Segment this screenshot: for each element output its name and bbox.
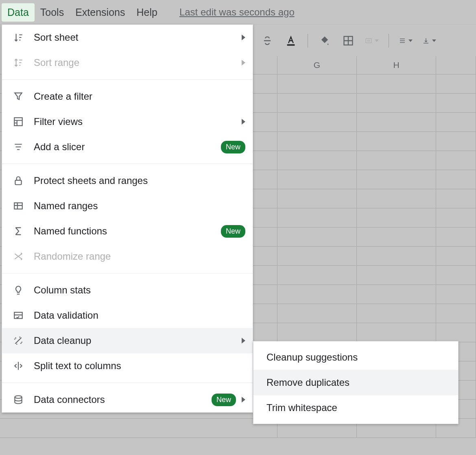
filter-views-icon — [12, 115, 25, 128]
lock-icon — [12, 174, 25, 187]
menu-label: Trim whitespace — [266, 402, 451, 413]
toolbar-separator — [389, 34, 389, 48]
randomize-icon — [12, 250, 25, 263]
submenu-arrow-icon — [242, 338, 245, 343]
menu-filter-views[interactable]: Filter views — [2, 109, 253, 134]
filter-icon — [12, 90, 25, 103]
menu-label: Sort range — [34, 57, 237, 68]
split-icon — [12, 359, 25, 372]
menu-label: Named ranges — [34, 200, 245, 212]
data-menu-dropdown: Sort sheet Sort range Create a filter Fi… — [2, 24, 253, 413]
named-ranges-icon — [12, 199, 25, 212]
borders-icon[interactable] — [341, 34, 355, 48]
menu-tools[interactable]: Tools — [35, 3, 70, 22]
sort-sheet-icon — [12, 31, 25, 44]
menu-label: Split text to columns — [34, 360, 245, 372]
submenu-cleanup-suggestions[interactable]: Cleanup suggestions — [253, 345, 458, 370]
submenu-arrow-icon — [242, 397, 245, 402]
menu-named-functions[interactable]: Named functions New — [2, 219, 253, 244]
menu-data-connectors[interactable]: Data connectors New — [2, 387, 253, 412]
submenu-arrow-icon — [242, 119, 245, 125]
new-badge: New — [221, 225, 245, 238]
menu-extensions[interactable]: Extensions — [70, 3, 131, 22]
submenu-trim-whitespace[interactable]: Trim whitespace — [253, 395, 458, 420]
slicer-icon — [12, 140, 25, 153]
sort-range-icon — [12, 56, 25, 69]
submenu-arrow-icon — [242, 60, 245, 66]
menu-help[interactable]: Help — [131, 3, 163, 22]
column-header-g[interactable]: G — [277, 56, 357, 74]
svg-point-6 — [15, 396, 22, 398]
validation-icon — [12, 309, 25, 322]
svg-rect-3 — [15, 180, 21, 185]
menu-label: Data validation — [34, 310, 245, 321]
menu-data-validation[interactable]: Data validation — [2, 303, 253, 328]
strikethrough-icon[interactable] — [260, 34, 274, 48]
menu-sort-range: Sort range — [2, 50, 253, 75]
menu-label: Cleanup suggestions — [266, 352, 451, 363]
svg-rect-1 — [366, 38, 371, 43]
menu-column-stats[interactable]: Column stats — [2, 278, 253, 303]
submenu-remove-duplicates[interactable]: Remove duplicates — [253, 370, 458, 395]
horizontal-align-icon[interactable] — [399, 34, 413, 48]
menu-label: Sort sheet — [34, 32, 237, 43]
text-color-icon[interactable] — [284, 34, 298, 48]
menu-label: Data cleanup — [34, 335, 237, 346]
menu-label: Randomize range — [34, 251, 245, 262]
menu-data[interactable]: Data — [2, 3, 35, 22]
menu-separator — [2, 164, 253, 164]
vertical-align-icon[interactable] — [422, 34, 436, 48]
menu-label: Filter views — [34, 116, 237, 127]
new-badge: New — [221, 141, 245, 153]
sigma-icon — [12, 225, 25, 238]
last-edit-link[interactable]: Last edit was seconds ago — [179, 7, 295, 18]
menu-sort-sheet[interactable]: Sort sheet — [2, 25, 253, 50]
menu-randomize-range: Randomize range — [2, 244, 253, 269]
menu-label: Remove duplicates — [266, 377, 451, 388]
column-header-h[interactable]: H — [357, 56, 436, 74]
menu-separator — [2, 383, 253, 383]
menu-separator — [2, 79, 253, 80]
menu-protect-sheets[interactable]: Protect sheets and ranges — [2, 168, 253, 193]
menu-named-ranges[interactable]: Named ranges — [2, 193, 253, 219]
menubar: Data Tools Extensions Help Last edit was… — [0, 0, 476, 24]
submenu-arrow-icon — [242, 35, 245, 40]
new-badge: New — [212, 394, 236, 406]
bulb-icon — [12, 284, 25, 297]
menu-split-text[interactable]: Split text to columns — [2, 353, 253, 378]
fill-color-icon[interactable] — [318, 34, 332, 48]
merge-cells-icon[interactable] — [365, 34, 379, 48]
menu-create-filter[interactable]: Create a filter — [2, 84, 253, 109]
svg-rect-2 — [14, 118, 22, 126]
toolbar-separator — [308, 34, 308, 48]
wand-icon — [12, 334, 25, 347]
menu-data-cleanup[interactable]: Data cleanup — [2, 328, 253, 353]
data-cleanup-submenu: Cleanup suggestions Remove duplicates Tr… — [253, 341, 459, 424]
menu-label: Protect sheets and ranges — [34, 175, 245, 186]
database-icon — [12, 393, 25, 406]
menu-add-slicer[interactable]: Add a slicer New — [2, 134, 253, 160]
menu-label: Column stats — [34, 284, 245, 296]
menu-label: Named functions — [34, 225, 217, 237]
menu-separator — [2, 273, 253, 273]
column-header-i[interactable] — [436, 56, 476, 74]
menu-label: Add a slicer — [34, 141, 217, 153]
menu-label: Create a filter — [34, 91, 245, 102]
menu-label: Data connectors — [34, 394, 207, 405]
